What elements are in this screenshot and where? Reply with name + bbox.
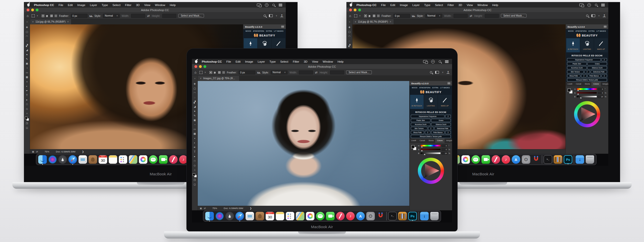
lasso-tool[interactable]: ◠ xyxy=(347,34,352,38)
hand-tool[interactable]: ◇ xyxy=(192,163,197,168)
dock-finder-icon[interactable] xyxy=(205,212,214,220)
workspace-icon[interactable] xyxy=(269,14,273,17)
hue-value[interactable]: 0 xyxy=(598,88,604,91)
workspace-icon[interactable] xyxy=(435,71,439,74)
panel-collapse-chevrons[interactable]: » xyxy=(24,19,30,24)
menu-item-image[interactable]: Image xyxy=(75,4,88,7)
chevron-down-icon[interactable]: ∨ xyxy=(359,15,361,17)
chevron-down-icon[interactable]: ∨ xyxy=(276,15,277,17)
color-wheel[interactable] xyxy=(418,158,444,184)
feather-input[interactable]: 0 px xyxy=(71,14,88,18)
dock-finder-icon[interactable] xyxy=(38,155,47,164)
dock-news-icon[interactable] xyxy=(492,155,500,164)
select-and-mask-button[interactable]: Select and Mask... xyxy=(346,70,372,74)
color-wheel[interactable] xyxy=(574,101,600,127)
beautify-action-2[interactable]: 2 xyxy=(445,131,451,134)
beautify-action-rimuovi-difetti-e-texture-pelle[interactable]: Rimuovi Difetti e Texture pelle xyxy=(411,135,451,138)
dock-settings-icon[interactable]: ⚙ xyxy=(522,155,530,164)
crop-tool[interactable]: ▞ xyxy=(25,43,29,48)
dock-notes-icon[interactable] xyxy=(276,212,284,220)
menu-item-image[interactable]: Image xyxy=(243,60,255,63)
swap-dimensions-icon[interactable]: ⇄ xyxy=(315,71,317,74)
menu-item-filter[interactable]: Filter xyxy=(291,60,302,63)
dock-terminal-icon[interactable]: >_ xyxy=(388,212,397,220)
beautify-action-grana[interactable]: Grana xyxy=(431,119,451,122)
status-chevron-icon[interactable]: ❯ xyxy=(82,150,84,153)
beautify-action-separazione-frequenze[interactable]: Separazione Frequenze xyxy=(567,58,601,61)
feather-input[interactable]: 0 px xyxy=(393,14,410,18)
style-select[interactable]: Normal∨ xyxy=(103,14,119,18)
menu-item-layer[interactable]: Layer xyxy=(410,4,422,7)
beautify-tab-extra[interactable]: EXTRA xyxy=(588,30,594,32)
quick-select-tool[interactable]: ◌ xyxy=(347,39,352,43)
zoom-level[interactable]: 75% xyxy=(45,150,49,153)
beautify-action-skin-texture[interactable]: Skin Texture xyxy=(411,127,427,130)
share-icon[interactable]: ↥ xyxy=(280,14,283,17)
menu-item-select[interactable]: Select xyxy=(278,60,291,63)
share-icon[interactable]: ↥ xyxy=(447,71,450,74)
document-tab[interactable]: ∨ 11d.jpg @ 66,7% (RGB/8*) × xyxy=(30,19,71,24)
beautify-action-pelle-bianca[interactable]: Pelle Bianca xyxy=(431,131,445,134)
quick-mask-toggle[interactable]: ◳ xyxy=(25,121,29,125)
subtract-selection-mode-icon[interactable] xyxy=(50,15,53,17)
panel-tab-canali[interactable]: Canali xyxy=(574,82,583,86)
menu-item-file[interactable]: File xyxy=(379,4,388,7)
dock-archiver-icon[interactable] xyxy=(398,212,407,220)
menu-item-3d[interactable]: 3D xyxy=(134,4,142,7)
panel-tab-livelli[interactable]: Livelli xyxy=(410,138,418,143)
beautify-panel-header[interactable]: Beautify v.2.0.0 xyxy=(243,24,286,29)
screen-mirroring-icon[interactable] xyxy=(579,4,583,6)
type-tool[interactable]: T xyxy=(25,93,29,97)
dock-facetime-icon[interactable] xyxy=(159,155,168,164)
dock-photoshop-icon[interactable]: Ps xyxy=(408,212,417,220)
beautify-action-pelle-bianca[interactable]: Pelle Bianca xyxy=(587,74,601,77)
beautify-tab-mood[interactable]: MOOD xyxy=(568,30,574,32)
beautify-action-sbianca-occhi[interactable]: Sbianca Occhi xyxy=(587,66,607,69)
beautify-action-seleziona-pelle[interactable]: Seleziona Pelle xyxy=(591,70,607,73)
marquee-tool-icon[interactable] xyxy=(199,71,203,74)
dock-news-icon[interactable] xyxy=(169,155,178,164)
crop-tool[interactable]: ▞ xyxy=(192,100,197,104)
beautify-action-seleziona-pelle[interactable]: Seleziona Pelle xyxy=(434,127,451,130)
dock-reminders-icon[interactable] xyxy=(286,212,294,220)
eraser-tool[interactable]: ▭ xyxy=(192,127,197,131)
panel-menu-icon[interactable] xyxy=(604,26,607,28)
close-tab-icon[interactable]: × xyxy=(390,20,391,23)
dock-calendar-icon[interactable]: OCT30 xyxy=(99,155,107,164)
add-selection-mode-icon[interactable] xyxy=(369,15,371,17)
menu-item-edit[interactable]: Edit xyxy=(233,60,243,63)
foreground-background-swatches[interactable] xyxy=(193,173,197,177)
beautify-tab-extra[interactable]: EXTRA xyxy=(432,87,438,89)
menu-item-window[interactable]: Window xyxy=(153,4,168,7)
dock-messages-icon[interactable]: ••• xyxy=(471,155,480,164)
menu-item-help[interactable]: Help xyxy=(335,60,346,63)
search-icon[interactable] xyxy=(430,71,432,73)
beautify-mode-ai-retouch-button[interactable]: AI RETOUCH xyxy=(566,38,580,52)
brightness-slider[interactable] xyxy=(577,96,597,97)
close-tab-icon[interactable]: × xyxy=(67,20,69,23)
blur-tool[interactable]: ◖ xyxy=(192,136,197,140)
home-icon[interactable]: ⌂ xyxy=(27,14,29,18)
dock-calendar-icon[interactable]: OCT30 xyxy=(266,212,274,220)
dock-notes-icon[interactable] xyxy=(109,155,117,164)
beautify-action-accentua-occhi[interactable]: Accentua Occhi xyxy=(567,66,587,69)
style-select[interactable]: Normal∨ xyxy=(425,14,442,18)
beautify-action-sbianca-occhi[interactable]: Sbianca Occhi xyxy=(431,123,451,126)
panel-tab-istogramma[interactable]: Istogramma xyxy=(601,82,608,86)
brightness-value[interactable]: 14 xyxy=(441,152,448,155)
dock-launchpad-icon[interactable] xyxy=(58,155,67,164)
dock-photos-icon[interactable] xyxy=(461,155,470,164)
hue-slider[interactable] xyxy=(421,145,440,146)
beautify-action-2[interactable]: 2 xyxy=(445,115,451,118)
panel-tab-storia[interactable]: Storia xyxy=(427,138,435,143)
gradient-tool[interactable]: ▩ xyxy=(192,132,197,136)
clone-stamp-tool[interactable]: ▣ xyxy=(25,61,29,66)
dock-safari-icon[interactable] xyxy=(235,212,244,220)
panel-collapse-chevrons[interactable]: » xyxy=(192,76,198,81)
dock-terminal-icon[interactable]: >_ xyxy=(544,155,552,164)
dock-appstore-icon[interactable]: A xyxy=(356,212,365,220)
eraser-tool[interactable]: ▭ xyxy=(25,70,29,75)
spotlight-search-icon[interactable] xyxy=(595,4,597,6)
panel-tab-colore[interactable]: Colore xyxy=(591,82,600,86)
marquee-tool-icon[interactable] xyxy=(354,14,357,17)
